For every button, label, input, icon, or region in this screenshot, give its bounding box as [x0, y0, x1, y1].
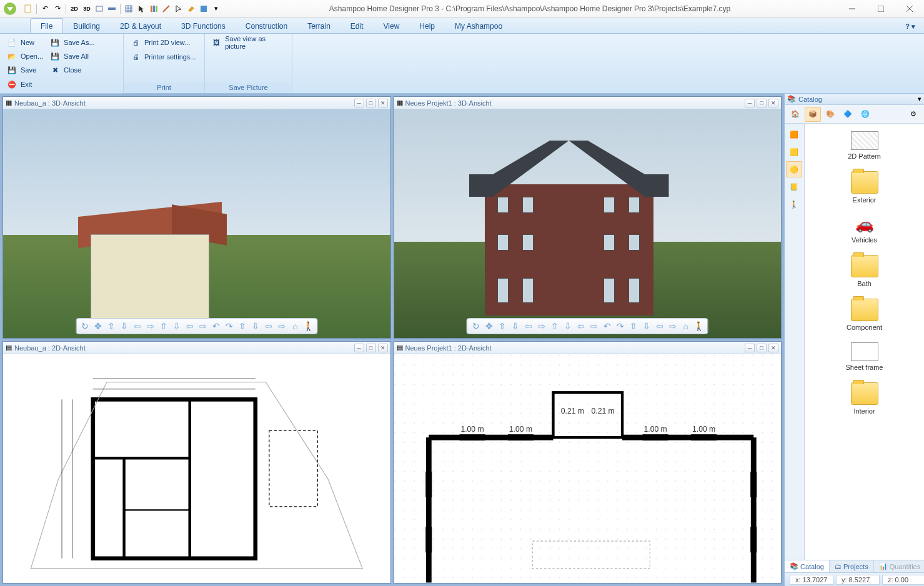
nav-down-icon[interactable]: ⇩ [509, 320, 522, 332]
nav-home-icon[interactable]: ⌂ [680, 320, 692, 332]
cat-item-component[interactable]: Component [807, 296, 922, 334]
nav-rotl-icon[interactable]: ↶ [601, 320, 614, 332]
viewport-2d-1[interactable] [3, 354, 390, 583]
cat-tool-globe-icon[interactable]: 🌐 [857, 107, 873, 122]
tab-3d-functions[interactable]: 3D Functions [171, 19, 236, 33]
close-button-ribbon[interactable]: ✖Close [47, 63, 98, 77]
qat-grid-icon[interactable] [123, 3, 134, 14]
btab-quantities[interactable]: 📊 Quantities [874, 560, 924, 572]
qat-columns-icon[interactable] [148, 3, 159, 14]
nav-pan-icon[interactable]: ✥ [483, 320, 495, 332]
side-book-icon[interactable]: 📒 [786, 179, 802, 195]
cat-item-vehicles[interactable]: 🚗Vehicles [807, 212, 922, 246]
nav-down3-icon[interactable]: ⇩ [640, 320, 653, 332]
nav-up2-icon[interactable]: ⇧ [549, 320, 561, 332]
nav-down3-icon[interactable]: ⇩ [249, 320, 262, 332]
save-view-picture-button[interactable]: 🖼Save view as picture [209, 36, 288, 49]
tab-help[interactable]: Help [409, 19, 445, 33]
cat-item-interior[interactable]: Interior [807, 380, 922, 417]
btab-projects[interactable]: 🗂 Projects [830, 560, 874, 572]
tab-construction[interactable]: Construction [236, 19, 297, 33]
pane-close-icon[interactable]: ✕ [768, 99, 778, 107]
close-button[interactable] [895, 0, 924, 17]
nav-right-icon[interactable]: ⇨ [144, 320, 157, 332]
cat-tool-box-icon[interactable]: 📦 [805, 107, 821, 122]
tab-terrain[interactable]: Terrain [297, 19, 340, 33]
nav-left3-icon[interactable]: ⇦ [653, 320, 666, 332]
nav-right-icon[interactable]: ⇨ [535, 320, 548, 332]
nav-down-icon[interactable]: ⇩ [118, 320, 131, 332]
nav-right3-icon[interactable]: ⇨ [276, 320, 288, 332]
side-person-icon[interactable]: 🚶 [786, 196, 802, 212]
nav-rotr-icon[interactable]: ↷ [223, 320, 236, 332]
btab-catalog[interactable]: 📚 Catalog [785, 560, 830, 572]
nav-right2-icon[interactable]: ⇨ [588, 320, 600, 332]
nav-right2-icon[interactable]: ⇨ [197, 320, 209, 332]
nav-left2-icon[interactable]: ⇦ [184, 320, 196, 332]
viewport-2d-2[interactable]: 1.00 m1.00 m 1.00 m1.00 m 0.21 m0.21 m [394, 354, 782, 583]
nav-down2-icon[interactable]: ⇩ [562, 320, 574, 332]
nav-rotr-icon[interactable]: ↷ [614, 320, 627, 332]
nav-rotate-icon[interactable]: ↻ [470, 320, 482, 332]
nav-left3-icon[interactable]: ⇦ [262, 320, 275, 332]
qat-redo-icon[interactable]: ↷ [52, 3, 63, 14]
app-menu-icon[interactable] [0, 1, 20, 16]
cat-tool-gear-icon[interactable]: ⚙ [905, 107, 922, 122]
cat-item-sheet-frame[interactable]: Sheet frame [807, 340, 922, 374]
qat-3d-icon[interactable]: 3D [81, 3, 92, 14]
saveall-button[interactable]: 💾Save All [47, 49, 98, 63]
cat-tool-paint-icon[interactable]: 🎨 [822, 107, 838, 122]
viewport-3d-2[interactable]: ↻ ✥ ⇧ ⇩ ⇦ ⇨ ⇧ ⇩ ⇦ ⇨ ↶ ↷ ⇧ ⇩ ⇦ ⇨ ⌂ [394, 109, 782, 338]
pane-max-icon[interactable]: □ [757, 99, 767, 107]
nav-walk-icon[interactable]: 🚶 [302, 320, 314, 332]
catalog-close-icon[interactable]: ▾ [918, 95, 922, 103]
help-icon[interactable]: ? ▾ [903, 20, 918, 33]
maximize-button[interactable] [867, 0, 895, 17]
nav-right3-icon[interactable]: ⇨ [667, 320, 679, 332]
new-button[interactable]: 📄New [4, 36, 46, 49]
tab-2d-layout[interactable]: 2D & Layout [110, 19, 171, 33]
pane-close-icon[interactable]: ✕ [378, 99, 388, 107]
qat-dropdown-icon[interactable]: ▾ [211, 3, 222, 14]
nav-up3-icon[interactable]: ⇧ [236, 320, 249, 332]
tab-view[interactable]: View [374, 19, 410, 33]
nav-up3-icon[interactable]: ⇧ [627, 320, 640, 332]
nav-left2-icon[interactable]: ⇦ [575, 320, 587, 332]
nav-home-icon[interactable]: ⌂ [289, 320, 301, 332]
qat-measure-icon[interactable] [161, 3, 172, 14]
nav-up-icon[interactable]: ⇧ [496, 320, 509, 332]
viewport-3d-1[interactable]: ↻ ✥ ⇧ ⇩ ⇦ ⇨ ⇧ ⇩ ⇦ ⇨ ↶ ↷ ⇧ ⇩ ⇦ ⇨ ⌂ [3, 109, 390, 338]
pane-close-icon[interactable]: ✕ [378, 344, 388, 352]
exit-button[interactable]: ⛔Exit [4, 77, 35, 91]
side-textures-icon[interactable]: 🟧 [786, 126, 802, 142]
nav-pan-icon[interactable]: ✥ [92, 320, 104, 332]
qat-view-icon[interactable] [106, 3, 117, 14]
qat-tool2-icon[interactable] [198, 3, 209, 14]
pane-max-icon[interactable]: □ [366, 99, 376, 107]
cat-item-bath[interactable]: Bath [807, 252, 922, 290]
tab-my-ashampoo[interactable]: My Ashampoo [445, 19, 512, 33]
nav-up-icon[interactable]: ⇧ [105, 320, 117, 332]
pane-max-icon[interactable]: □ [757, 344, 767, 352]
printer-settings-button[interactable]: 🖨Printer settings... [127, 50, 201, 64]
nav-rotl-icon[interactable]: ↶ [210, 320, 222, 332]
nav-rotate-icon[interactable]: ↻ [79, 320, 91, 332]
qat-new-icon[interactable] [22, 3, 34, 14]
pane-min-icon[interactable]: ─ [354, 344, 364, 352]
minimize-button[interactable] [838, 0, 867, 17]
qat-tool1-icon[interactable] [186, 3, 197, 14]
cat-item-exterior[interactable]: Exterior [807, 169, 922, 206]
cat-item-2d-pattern[interactable]: 2D Pattern [807, 129, 922, 162]
nav-down2-icon[interactable]: ⇩ [171, 320, 183, 332]
nav-walk-icon[interactable]: 🚶 [693, 320, 705, 332]
qat-undo-icon[interactable]: ↶ [39, 3, 51, 14]
nav-left-icon[interactable]: ⇦ [131, 320, 144, 332]
side-materials-icon[interactable]: 🟨 [786, 144, 802, 160]
qat-section-icon[interactable] [94, 3, 105, 14]
pane-close-icon[interactable]: ✕ [768, 344, 778, 352]
print2d-button[interactable]: 🖨Print 2D view... [127, 36, 201, 49]
tab-edit[interactable]: Edit [340, 19, 374, 33]
side-objects-icon[interactable]: 🟡 [786, 161, 802, 177]
qat-2d-icon[interactable]: 2D [69, 3, 80, 14]
qat-cursor-icon[interactable] [136, 3, 147, 14]
